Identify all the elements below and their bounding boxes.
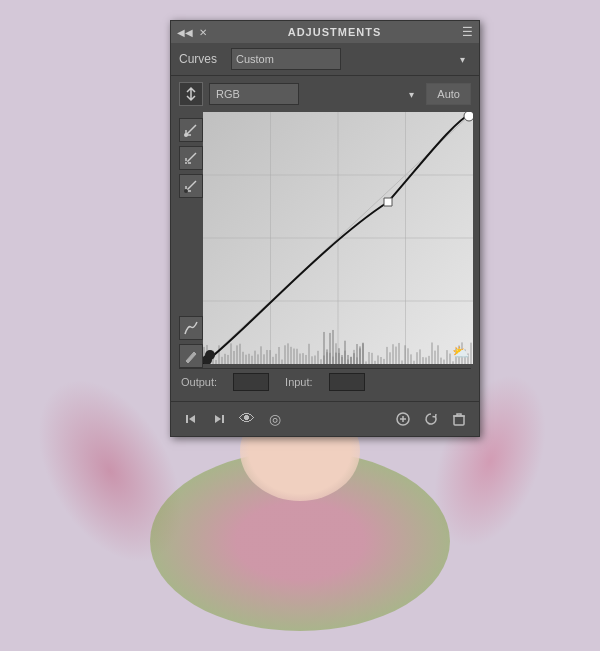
black-point-indicator (205, 350, 215, 360)
reset-button[interactable] (419, 407, 443, 431)
preset-select-arrow: ▾ (460, 54, 465, 65)
title-bar-left: ◀◀ ✕ (177, 27, 207, 38)
preset-select[interactable]: Custom Default Strong Contrast Linear Co… (231, 48, 341, 70)
spacer (179, 202, 199, 312)
view-button[interactable]: ◎ (263, 407, 287, 431)
svg-rect-5 (454, 416, 464, 425)
sample-highlights-button[interactable] (179, 174, 203, 198)
output-label: Output: (181, 376, 217, 388)
delete-button[interactable] (447, 407, 471, 431)
title-bar: ◀◀ ✕ ADJUSTMENTS ☰ (171, 21, 479, 43)
clip-button[interactable] (391, 407, 415, 431)
curves-canvas[interactable] (203, 112, 473, 364)
svg-point-2 (185, 162, 187, 164)
svg-point-0 (184, 133, 188, 137)
sample-midtones-button[interactable] (179, 146, 203, 170)
auto-button[interactable]: Auto (426, 83, 471, 105)
bottom-left-tools: 👁 ◎ (179, 407, 287, 431)
bottom-toolbar: 👁 ◎ (171, 401, 479, 436)
panel-menu-icon[interactable]: ☰ (462, 25, 473, 39)
channel-select-wrapper: RGB Red Green Blue ▾ (209, 83, 420, 105)
panel-title: ADJUSTMENTS (288, 26, 382, 38)
pointer-tool-button[interactable] (179, 82, 203, 106)
input-value-field[interactable] (329, 373, 365, 391)
curves-graph[interactable]: ⛅ (203, 112, 473, 364)
graph-area-row: ⛅ (179, 112, 471, 368)
channel-select-arrow: ▾ (409, 89, 414, 100)
previous-state-button[interactable] (179, 407, 203, 431)
output-value-field[interactable] (233, 373, 269, 391)
output-input-row: Output: Input: (179, 368, 471, 395)
histogram-button[interactable]: ⛅ (452, 344, 469, 360)
tools-row: RGB Red Green Blue ▾ Auto (179, 82, 471, 106)
adjustments-panel: ◀◀ ✕ ADJUSTMENTS ☰ Curves Custom Default… (170, 20, 480, 437)
input-label: Input: (285, 376, 313, 388)
next-state-button[interactable] (207, 407, 231, 431)
eye-button[interactable]: 👁 (235, 407, 259, 431)
curves-label: Curves (179, 52, 223, 66)
close-button[interactable]: ✕ (199, 27, 207, 38)
left-tools (179, 112, 199, 368)
header-row: Curves Custom Default Strong Contrast Li… (171, 43, 479, 76)
bottom-right-tools (391, 407, 471, 431)
content-area: RGB Red Green Blue ▾ Auto (171, 76, 479, 401)
sample-shadows-button[interactable] (179, 118, 203, 142)
preset-select-wrapper: Custom Default Strong Contrast Linear Co… (231, 48, 471, 70)
curves-display-button[interactable] (179, 316, 203, 340)
collapse-button[interactable]: ◀◀ (177, 27, 193, 38)
pencil-tool-button[interactable] (179, 344, 203, 368)
svg-point-3 (184, 189, 188, 193)
channel-select[interactable]: RGB Red Green Blue (209, 83, 299, 105)
